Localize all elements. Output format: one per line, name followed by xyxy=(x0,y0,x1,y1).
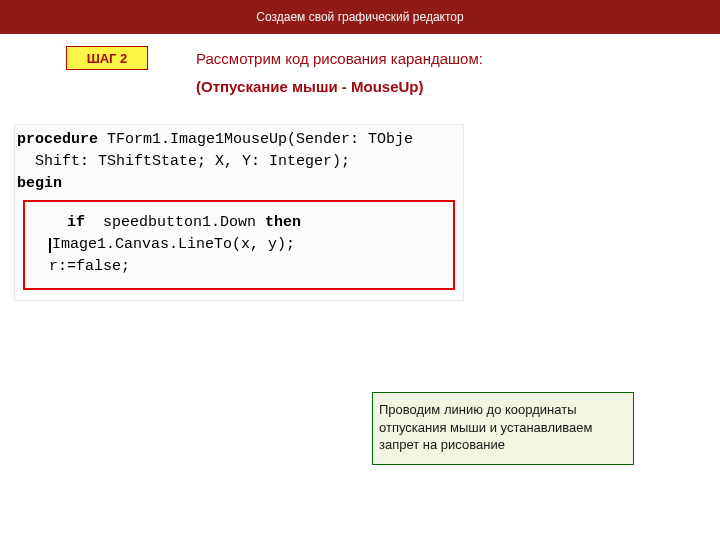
step-badge: ШАГ 2 xyxy=(66,46,148,70)
kw-begin: begin xyxy=(17,175,62,192)
kw-then: then xyxy=(265,214,301,231)
highlight-frame: if speedbutton1.Down then Image1.Canvas.… xyxy=(23,200,455,289)
headline-sub: (Отпускание мыши - MouseUp) xyxy=(196,78,423,95)
code-sig1b: TForm1.Image1MouseUp(Sender: TObje xyxy=(98,131,413,148)
code-line-1: procedure TForm1.Image1MouseUp(Sender: T… xyxy=(17,129,461,151)
kw-if: if xyxy=(67,214,85,231)
code-line-2: Shift: TShiftState; X, Y: Integer); xyxy=(17,151,461,173)
code-line-lineto: Image1.Canvas.LineTo(x, y); xyxy=(49,234,443,256)
code-line-rfalse: r:=false; xyxy=(49,256,443,278)
text-caret-icon xyxy=(49,238,51,253)
kw-procedure: procedure xyxy=(17,131,98,148)
code-block: procedure TForm1.Image1MouseUp(Sender: T… xyxy=(14,124,464,301)
code-line-begin: begin xyxy=(17,173,461,195)
code-line-if: if speedbutton1.Down then xyxy=(49,212,443,234)
note-text: Проводим линию до координаты отпускания … xyxy=(379,402,592,452)
note-box: Проводим линию до координаты отпускания … xyxy=(372,392,634,465)
headline-main: Рассмотрим код рисования карандашом: xyxy=(196,50,483,67)
slide-header-text: Создаем свой графический редактор xyxy=(256,10,463,24)
step-badge-label: ШАГ 2 xyxy=(87,51,128,66)
code-if-mid: speedbutton1.Down xyxy=(85,214,265,231)
slide-header: Создаем свой графический редактор xyxy=(0,0,720,34)
code-l2: Image1.Canvas.LineTo(x, y); xyxy=(52,236,295,253)
